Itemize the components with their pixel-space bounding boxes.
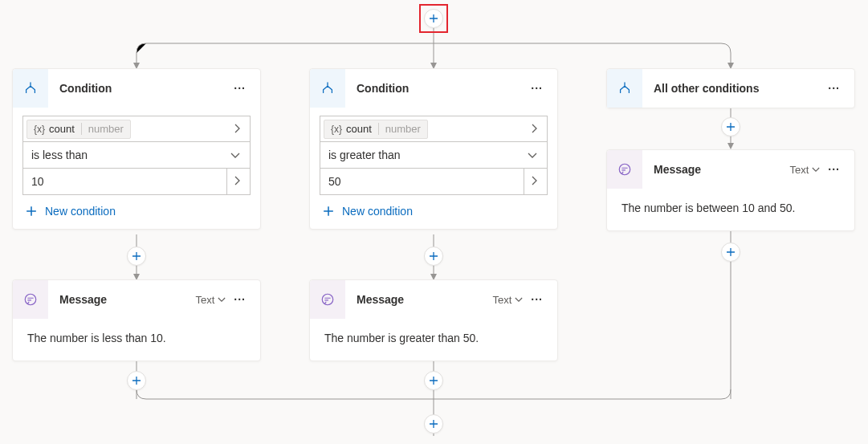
condition-menu-button[interactable]: ··· — [825, 79, 843, 98]
add-step-button[interactable] — [127, 371, 146, 390]
condition-variable-field[interactable]: {x} count number — [22, 116, 251, 142]
plus-icon — [26, 206, 37, 217]
message-menu-button[interactable]: ··· — [825, 160, 843, 179]
branch-icon — [13, 69, 48, 108]
condition-header[interactable]: Condition ··· — [310, 69, 557, 108]
new-condition-label: New condition — [45, 205, 116, 218]
message-type-label: Text — [492, 294, 511, 306]
chevron-down-icon[interactable] — [226, 149, 245, 161]
operator-text: is greater than — [320, 149, 523, 161]
condition-menu-button[interactable]: ··· — [528, 79, 546, 98]
message-header[interactable]: Message Text ··· — [13, 280, 260, 319]
variable-type: number — [378, 123, 421, 135]
message-type-selector[interactable]: Text — [492, 294, 523, 306]
message-menu-button[interactable]: ··· — [528, 290, 546, 309]
add-step-button[interactable] — [127, 246, 146, 266]
plus-icon — [323, 206, 334, 217]
message-body[interactable]: The number is between 10 and 50. — [607, 189, 854, 230]
message-type-selector[interactable]: Text — [195, 294, 226, 306]
message-type-selector[interactable]: Text — [789, 164, 820, 176]
condition-header[interactable]: Condition ··· — [13, 69, 260, 108]
condition-value-field[interactable]: 50 — [320, 169, 548, 195]
chevron-down-icon[interactable] — [523, 149, 542, 161]
message-card-right: Message Text ··· The number is between 1… — [606, 149, 855, 231]
condition-title: Condition — [59, 82, 230, 95]
svg-point-2 — [619, 164, 630, 175]
condition-variable-field[interactable]: {x} count number — [320, 116, 548, 142]
chevron-right-icon[interactable] — [229, 123, 245, 136]
message-header[interactable]: Message Text ··· — [310, 280, 557, 319]
condition-title: All other conditions — [654, 82, 825, 95]
chevron-right-icon[interactable] — [229, 175, 245, 188]
chevron-right-icon[interactable] — [526, 123, 542, 136]
add-step-top-button[interactable] — [424, 9, 443, 28]
message-menu-button[interactable]: ··· — [230, 290, 249, 309]
condition-operator-field[interactable]: is greater than — [320, 142, 548, 169]
message-body[interactable]: The number is less than 10. — [13, 319, 260, 360]
message-title: Message — [59, 293, 195, 306]
variable-type: number — [81, 123, 124, 135]
branch-icon — [310, 69, 345, 108]
variable-icon: {x} — [331, 124, 342, 135]
condition-card-middle: Condition ··· {x} count number is greate… — [309, 68, 558, 230]
chevron-right-icon[interactable] — [526, 175, 542, 188]
message-icon — [607, 150, 642, 189]
condition-operator-field[interactable]: is less than — [22, 142, 251, 169]
condition-value-field[interactable]: 10 — [22, 169, 251, 195]
condition-card-right: All other conditions ··· — [606, 68, 855, 108]
operator-text: is less than — [23, 149, 226, 161]
message-card-left: Message Text ··· The number is less than… — [12, 279, 261, 361]
condition-menu-button[interactable]: ··· — [230, 79, 249, 98]
add-step-button[interactable] — [424, 371, 443, 390]
message-title: Message — [654, 163, 789, 176]
variable-name: count — [346, 123, 372, 135]
variable-chip: {x} count number — [324, 120, 428, 139]
new-condition-button[interactable]: New condition — [320, 205, 548, 218]
variable-icon: {x} — [34, 124, 45, 135]
add-step-button[interactable] — [721, 117, 740, 136]
condition-header[interactable]: All other conditions ··· — [607, 69, 854, 108]
condition-card-left: Condition ··· {x} count number is less t… — [12, 68, 261, 230]
add-step-bottom-button[interactable] — [424, 414, 443, 434]
svg-point-0 — [25, 294, 36, 305]
message-type-label: Text — [789, 164, 809, 176]
message-title: Message — [357, 293, 492, 306]
chevron-down-icon — [515, 297, 523, 303]
add-step-button[interactable] — [721, 242, 740, 262]
variable-chip: {x} count number — [26, 120, 131, 139]
message-header[interactable]: Message Text ··· — [607, 150, 854, 189]
condition-title: Condition — [357, 82, 528, 95]
value-text: 10 — [23, 175, 225, 188]
add-step-button[interactable] — [424, 246, 443, 266]
message-body[interactable]: The number is greater than 50. — [310, 319, 557, 360]
value-text: 50 — [320, 175, 522, 188]
new-condition-label: New condition — [342, 205, 413, 218]
branch-icon — [607, 69, 642, 108]
chevron-down-icon — [812, 167, 820, 173]
svg-point-1 — [322, 294, 333, 305]
new-condition-button[interactable]: New condition — [22, 205, 251, 218]
message-card-middle: Message Text ··· The number is greater t… — [309, 279, 558, 361]
message-icon — [13, 280, 48, 319]
message-icon — [310, 280, 345, 319]
message-type-label: Text — [195, 294, 214, 306]
chevron-down-icon — [218, 297, 226, 303]
variable-name: count — [49, 123, 75, 135]
